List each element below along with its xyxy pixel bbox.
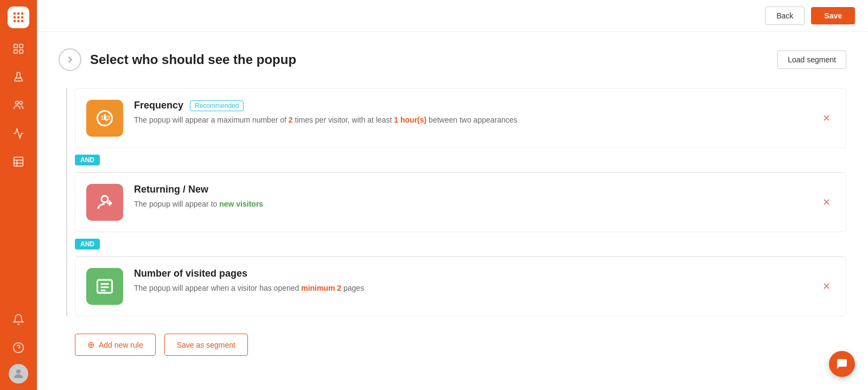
sidebar-item-users[interactable]	[7, 93, 30, 117]
returning-visitor-type: new visitors	[219, 200, 263, 208]
sidebar-item-dashboard[interactable]	[7, 37, 30, 61]
svg-rect-8	[21, 20, 23, 22]
frequency-delete-button[interactable]: ✕	[818, 110, 835, 126]
topbar: Back Save	[37, 0, 868, 32]
pages-delete-button[interactable]: ✕	[818, 278, 835, 295]
save-button[interactable]: Save	[811, 7, 855, 24]
returning-title-row: Returning / New	[134, 184, 818, 195]
pages-minimum: minimum 2	[301, 284, 341, 292]
page-title: Select who should see the popup	[90, 52, 296, 67]
frequency-icon-box: 123	[86, 100, 123, 137]
content-area: Select who should see the popup Load seg…	[37, 32, 868, 390]
sidebar-item-bell[interactable]	[7, 308, 30, 331]
svg-rect-0	[14, 12, 16, 15]
rule-card-pages: Number of visited pages The popup will a…	[75, 257, 846, 316]
app-logo[interactable]	[8, 7, 29, 28]
svg-rect-16	[14, 157, 23, 167]
svg-point-15	[20, 101, 23, 105]
frequency-hours: 1 hour(s)	[394, 116, 426, 124]
and-badge-2: AND	[75, 232, 846, 256]
frequency-title-row: Frequency Recommended	[134, 100, 818, 111]
frequency-count: 2	[289, 116, 293, 124]
svg-rect-1	[17, 12, 20, 15]
svg-rect-12	[20, 50, 23, 53]
sidebar-item-analytics[interactable]	[7, 122, 30, 145]
pages-title: Number of visited pages	[134, 268, 247, 279]
chat-bubble-button[interactable]	[829, 351, 855, 377]
svg-text:123: 123	[101, 114, 111, 121]
sidebar-item-flask[interactable]	[7, 65, 30, 89]
svg-rect-7	[17, 20, 20, 22]
and-label-1: AND	[75, 155, 100, 165]
frequency-rule-body: Frequency Recommended The popup will app…	[134, 100, 818, 126]
returning-icon-box	[86, 184, 123, 221]
sidebar-item-help[interactable]	[7, 336, 30, 360]
svg-rect-9	[14, 44, 17, 48]
and-label-2: AND	[75, 239, 100, 250]
svg-rect-3	[14, 16, 16, 18]
page-header-left: Select who should see the popup	[59, 48, 296, 71]
svg-point-25	[101, 196, 108, 202]
returning-title: Returning / New	[134, 184, 208, 195]
svg-rect-2	[21, 12, 23, 15]
load-segment-button[interactable]: Load segment	[777, 50, 846, 69]
back-button[interactable]: Back	[765, 7, 805, 25]
pages-icon	[95, 277, 114, 296]
add-rule-label: Add new rule	[99, 341, 143, 349]
chat-bubble-icon	[835, 357, 848, 370]
rules-timeline: 123 Frequency Recommended The popup will…	[59, 88, 846, 316]
timeline-line	[66, 88, 67, 316]
sidebar	[0, 0, 37, 390]
svg-rect-11	[14, 50, 17, 53]
main-content: Back Save Select who should see the popu…	[37, 0, 868, 390]
pages-title-row: Number of visited pages	[134, 268, 818, 279]
frequency-title: Frequency	[134, 100, 183, 111]
returning-rule-body: Returning / New The popup will appear to…	[134, 184, 818, 210]
sidebar-item-table[interactable]	[7, 150, 30, 174]
returning-delete-button[interactable]: ✕	[818, 194, 835, 210]
svg-rect-5	[21, 16, 23, 18]
rule-card-frequency: 123 Frequency Recommended The popup will…	[75, 88, 846, 148]
svg-point-14	[16, 101, 19, 105]
returning-icon	[95, 193, 114, 212]
svg-point-22	[16, 369, 21, 374]
recommended-badge: Recommended	[190, 100, 244, 111]
page-header: Select who should see the popup Load seg…	[59, 48, 846, 71]
rule-card-returning: Returning / New The popup will appear to…	[75, 172, 846, 232]
step-arrow-icon	[59, 48, 81, 71]
frequency-icon: 123	[95, 108, 114, 128]
svg-rect-6	[14, 20, 16, 22]
returning-description: The popup will appear to new visitors	[134, 199, 818, 210]
pages-description: The popup will appear when a visitor has…	[134, 283, 818, 294]
add-rule-button[interactable]: ⊕ Add new rule	[75, 334, 156, 356]
add-rule-plus-icon: ⊕	[87, 340, 94, 350]
pages-icon-box	[86, 268, 123, 305]
frequency-description: The popup will appear a maximum number o…	[134, 114, 818, 126]
bottom-actions: ⊕ Add new rule Save as segment	[59, 334, 846, 356]
and-badge-1: AND	[75, 148, 846, 172]
avatar[interactable]	[9, 364, 28, 383]
pages-rule-body: Number of visited pages The popup will a…	[134, 268, 818, 294]
svg-rect-10	[20, 44, 23, 48]
svg-rect-4	[17, 16, 20, 18]
save-segment-button[interactable]: Save as segment	[164, 334, 248, 356]
